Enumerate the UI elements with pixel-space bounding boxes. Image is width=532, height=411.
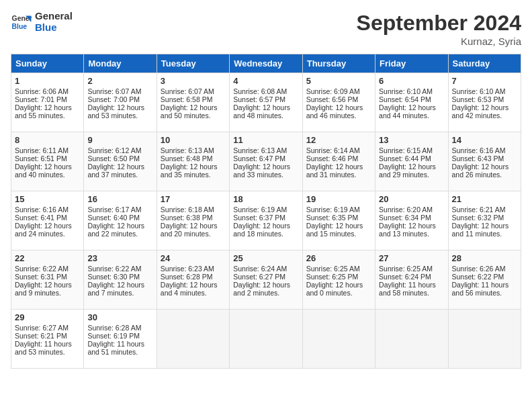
calendar-cell: 22 Sunrise: 6:22 AM Sunset: 6:31 PM Dayl… — [11, 250, 84, 310]
calendar-cell: 6 Sunrise: 6:10 AM Sunset: 6:54 PM Dayli… — [375, 73, 448, 132]
sunrise-label: Sunrise: 6:26 AM — [452, 265, 506, 273]
calendar-cell: 29 Sunrise: 6:27 AM Sunset: 6:21 PM Dayl… — [11, 310, 84, 369]
sunrise-label: Sunrise: 6:25 AM — [379, 265, 433, 273]
daylight-label: Daylight: 11 hours and 51 minutes. — [87, 340, 144, 356]
daylight-label: Daylight: 12 hours and 53 minutes. — [87, 103, 144, 120]
sunrise-label: Sunrise: 6:15 AM — [379, 146, 433, 154]
calendar-cell: 18 Sunrise: 6:19 AM Sunset: 6:37 PM Dayl… — [230, 191, 302, 250]
daylight-label: Daylight: 11 hours and 56 minutes. — [452, 281, 509, 297]
sunrise-label: Sunrise: 6:17 AM — [87, 205, 141, 214]
daylight-label: Daylight: 12 hours and 42 minutes. — [452, 103, 509, 120]
day-number: 6 — [379, 76, 444, 86]
calendar-week-row: 22 Sunrise: 6:22 AM Sunset: 6:31 PM Dayl… — [11, 250, 521, 310]
sunrise-label: Sunrise: 6:11 AM — [15, 146, 69, 154]
sunrise-label: Sunrise: 6:20 AM — [379, 205, 433, 214]
sunrise-label: Sunrise: 6:19 AM — [233, 205, 287, 214]
logo-icon: General Blue — [11, 11, 32, 33]
daylight-label: Daylight: 12 hours and 24 minutes. — [15, 222, 72, 238]
day-number: 7 — [452, 76, 517, 86]
title-block: September 2024 Kurnaz, Syria — [357, 11, 521, 47]
day-number: 24 — [161, 253, 226, 263]
sunset-label: Sunset: 6:54 PM — [379, 95, 431, 103]
daylight-label: Daylight: 12 hours and 26 minutes. — [452, 163, 509, 179]
day-number: 20 — [379, 194, 444, 204]
sunset-label: Sunset: 6:24 PM — [379, 273, 431, 281]
sunset-label: Sunset: 6:37 PM — [233, 214, 285, 222]
daylight-label: Daylight: 12 hours and 4 minutes. — [161, 281, 218, 297]
daylight-label: Daylight: 12 hours and 31 minutes. — [306, 163, 363, 179]
calendar-cell: 16 Sunrise: 6:17 AM Sunset: 6:40 PM Dayl… — [84, 191, 157, 250]
page-header: General Blue General Blue September 2024… — [11, 11, 521, 47]
daylight-label: Daylight: 12 hours and 55 minutes. — [15, 103, 72, 120]
calendar-header-row: SundayMondayTuesdayWednesdayThursdayFrid… — [11, 54, 521, 73]
sunrise-label: Sunrise: 6:19 AM — [306, 205, 360, 214]
calendar-cell: 30 Sunrise: 6:28 AM Sunset: 6:19 PM Dayl… — [84, 310, 157, 369]
daylight-label: Daylight: 12 hours and 46 minutes. — [306, 103, 363, 120]
sunrise-label: Sunrise: 6:07 AM — [87, 87, 141, 95]
sunset-label: Sunset: 6:53 PM — [452, 95, 504, 103]
day-number: 22 — [15, 253, 80, 263]
sunrise-label: Sunrise: 6:21 AM — [452, 205, 506, 214]
month-title: September 2024 — [357, 11, 521, 36]
sunset-label: Sunset: 7:00 PM — [87, 95, 140, 103]
sunset-label: Sunset: 6:47 PM — [233, 154, 285, 163]
sunrise-label: Sunrise: 6:23 AM — [161, 265, 214, 273]
daylight-label: Daylight: 12 hours and 11 minutes. — [452, 222, 509, 238]
sunrise-label: Sunrise: 6:13 AM — [233, 146, 287, 154]
day-number: 13 — [379, 135, 444, 145]
daylight-label: Daylight: 12 hours and 7 minutes. — [87, 281, 144, 297]
calendar-cell: 1 Sunrise: 6:06 AM Sunset: 7:01 PM Dayli… — [11, 73, 84, 132]
daylight-label: Daylight: 12 hours and 13 minutes. — [379, 222, 436, 238]
day-number: 9 — [87, 135, 152, 145]
daylight-label: Daylight: 12 hours and 15 minutes. — [306, 222, 363, 238]
sunset-label: Sunset: 6:40 PM — [87, 214, 140, 222]
daylight-label: Daylight: 12 hours and 2 minutes. — [233, 281, 290, 297]
daylight-label: Daylight: 12 hours and 44 minutes. — [379, 103, 436, 120]
calendar-cell: 24 Sunrise: 6:23 AM Sunset: 6:28 PM Dayl… — [157, 250, 229, 310]
calendar-cell: 15 Sunrise: 6:16 AM Sunset: 6:41 PM Dayl… — [11, 191, 84, 250]
calendar-cell: 19 Sunrise: 6:19 AM Sunset: 6:35 PM Dayl… — [302, 191, 375, 250]
day-number: 23 — [87, 253, 152, 263]
sunset-label: Sunset: 6:51 PM — [15, 154, 67, 163]
day-number: 8 — [15, 135, 80, 145]
sunrise-label: Sunrise: 6:10 AM — [379, 87, 433, 95]
calendar-cell — [230, 310, 302, 369]
sunrise-label: Sunrise: 6:14 AM — [306, 146, 360, 154]
calendar-cell: 25 Sunrise: 6:24 AM Sunset: 6:27 PM Dayl… — [230, 250, 302, 310]
calendar-cell: 20 Sunrise: 6:20 AM Sunset: 6:34 PM Dayl… — [375, 191, 448, 250]
svg-text:Blue: Blue — [12, 22, 28, 30]
day-number: 12 — [306, 135, 371, 145]
calendar-cell: 28 Sunrise: 6:26 AM Sunset: 6:22 PM Dayl… — [448, 250, 521, 310]
sunrise-label: Sunrise: 6:06 AM — [15, 87, 69, 95]
calendar-cell: 5 Sunrise: 6:09 AM Sunset: 6:56 PM Dayli… — [302, 73, 375, 132]
calendar-cell: 8 Sunrise: 6:11 AM Sunset: 6:51 PM Dayli… — [11, 132, 84, 191]
calendar-cell — [375, 310, 448, 369]
daylight-label: Daylight: 12 hours and 35 minutes. — [161, 163, 218, 179]
calendar-cell: 13 Sunrise: 6:15 AM Sunset: 6:44 PM Dayl… — [375, 132, 448, 191]
sunset-label: Sunset: 6:34 PM — [379, 214, 431, 222]
daylight-label: Daylight: 12 hours and 9 minutes. — [15, 281, 72, 297]
sunrise-label: Sunrise: 6:09 AM — [306, 87, 360, 95]
calendar-table: SundayMondayTuesdayWednesdayThursdayFrid… — [11, 54, 521, 369]
sunrise-label: Sunrise: 6:22 AM — [87, 265, 141, 273]
sunset-label: Sunset: 6:27 PM — [233, 273, 285, 281]
calendar-week-row: 15 Sunrise: 6:16 AM Sunset: 6:41 PM Dayl… — [11, 191, 521, 250]
calendar-cell: 11 Sunrise: 6:13 AM Sunset: 6:47 PM Dayl… — [230, 132, 302, 191]
day-number: 29 — [15, 312, 80, 322]
day-of-week-header: Wednesday — [230, 54, 302, 73]
sunrise-label: Sunrise: 6:13 AM — [161, 146, 214, 154]
sunrise-label: Sunrise: 6:07 AM — [161, 87, 214, 95]
day-of-week-header: Tuesday — [157, 54, 229, 73]
logo-line2: Blue — [35, 22, 73, 34]
sunset-label: Sunset: 6:28 PM — [161, 273, 213, 281]
daylight-label: Daylight: 11 hours and 58 minutes. — [379, 281, 436, 297]
day-of-week-header: Friday — [375, 54, 448, 73]
daylight-label: Daylight: 12 hours and 50 minutes. — [161, 103, 218, 120]
sunset-label: Sunset: 6:25 PM — [306, 273, 359, 281]
sunset-label: Sunset: 6:48 PM — [161, 154, 213, 163]
day-number: 30 — [87, 312, 152, 322]
daylight-label: Daylight: 12 hours and 29 minutes. — [379, 163, 436, 179]
location: Kurnaz, Syria — [357, 36, 521, 47]
day-number: 3 — [161, 76, 226, 86]
calendar-cell — [448, 310, 521, 369]
